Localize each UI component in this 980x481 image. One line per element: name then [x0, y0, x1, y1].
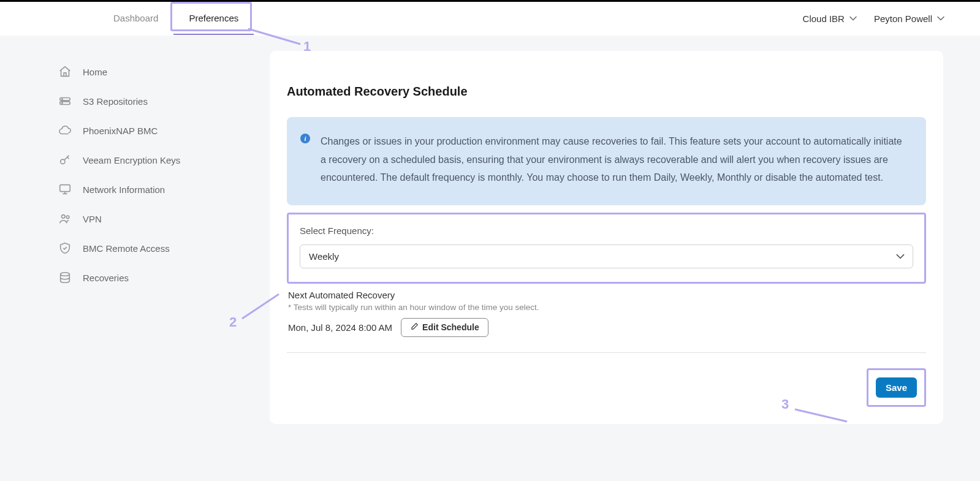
cloud-icon [58, 124, 72, 137]
sidebar: Home S3 Repositories PhoenixNAP BMC Veea… [52, 51, 270, 424]
sidebar-item-label: Recoveries [83, 273, 129, 283]
topbar-tabs: Dashboard Preferences [98, 2, 254, 35]
sidebar-item-bmc-remote[interactable]: BMC Remote Access [52, 233, 270, 263]
topbar: Dashboard Preferences Cloud IBR Peyton P… [0, 2, 980, 36]
database-icon [58, 271, 72, 284]
frequency-label: Select Frequency: [300, 225, 913, 236]
org-dropdown-label: Cloud IBR [803, 13, 845, 24]
frequency-section: Select Frequency: Weekly [287, 213, 926, 284]
sidebar-item-label: Home [83, 67, 107, 77]
user-dropdown[interactable]: Peyton Powell [874, 13, 943, 24]
shield-icon [58, 241, 72, 255]
chevron-down-icon [849, 16, 856, 22]
sidebar-item-label: VPN [83, 214, 102, 224]
edit-schedule-label: Edit Schedule [422, 322, 479, 332]
sidebar-item-s3[interactable]: S3 Repositories [52, 86, 270, 116]
org-dropdown[interactable]: Cloud IBR [803, 13, 856, 24]
svg-point-3 [62, 102, 63, 103]
info-icon: i [300, 134, 310, 143]
svg-rect-5 [60, 185, 70, 192]
divider [287, 352, 926, 353]
next-recovery-label: Next Automated Recovery [288, 290, 926, 300]
sidebar-item-encryption-keys[interactable]: Veeam Encryption Keys [52, 145, 270, 175]
tab-preferences[interactable]: Preferences [173, 2, 254, 35]
storage-icon [58, 94, 72, 108]
info-banner: i Changes or issues in your production e… [287, 117, 926, 205]
next-recovery-note: * Tests will typically run within an hou… [288, 303, 926, 312]
sidebar-item-home[interactable]: Home [52, 57, 270, 86]
svg-point-8 [61, 273, 70, 276]
frequency-select[interactable]: Weekly [300, 244, 913, 268]
edit-schedule-button[interactable]: Edit Schedule [401, 318, 488, 337]
info-text: Changes or issues in your production env… [321, 132, 908, 187]
users-icon [58, 212, 72, 225]
svg-point-4 [61, 159, 65, 164]
save-highlight: Save [867, 368, 926, 407]
sidebar-item-vpn[interactable]: VPN [52, 204, 270, 233]
main-area: Home S3 Repositories PhoenixNAP BMC Veea… [0, 36, 980, 439]
svg-point-7 [66, 216, 69, 219]
sidebar-item-label: S3 Repositories [83, 96, 148, 107]
sidebar-item-recoveries[interactable]: Recoveries [52, 263, 270, 292]
tab-dashboard[interactable]: Dashboard [98, 2, 173, 35]
svg-point-6 [62, 215, 66, 219]
sidebar-item-label: BMC Remote Access [83, 243, 170, 254]
sidebar-item-network[interactable]: Network Information [52, 175, 270, 204]
topbar-right: Cloud IBR Peyton Powell [803, 13, 943, 24]
home-icon [58, 65, 72, 78]
section-title: Automated Recovery Schedule [287, 85, 926, 99]
svg-point-2 [62, 99, 63, 99]
tab-dashboard-label: Dashboard [113, 13, 158, 23]
tab-preferences-label: Preferences [189, 13, 238, 23]
next-recovery-section: Next Automated Recovery * Tests will typ… [287, 290, 926, 337]
monitor-icon [58, 183, 72, 196]
chevron-down-icon [937, 16, 943, 22]
user-dropdown-label: Peyton Powell [874, 13, 932, 24]
sidebar-item-label: PhoenixNAP BMC [83, 126, 158, 136]
content-card: Automated Recovery Schedule i Changes or… [270, 51, 943, 424]
key-icon [58, 153, 72, 167]
save-button[interactable]: Save [876, 377, 917, 398]
sidebar-item-label: Network Information [83, 184, 165, 195]
next-recovery-date: Mon, Jul 8, 2024 8:00 AM [288, 322, 392, 333]
sidebar-item-phoenixnap[interactable]: PhoenixNAP BMC [52, 116, 270, 145]
pencil-icon [410, 322, 419, 333]
sidebar-item-label: Veeam Encryption Keys [83, 155, 180, 165]
